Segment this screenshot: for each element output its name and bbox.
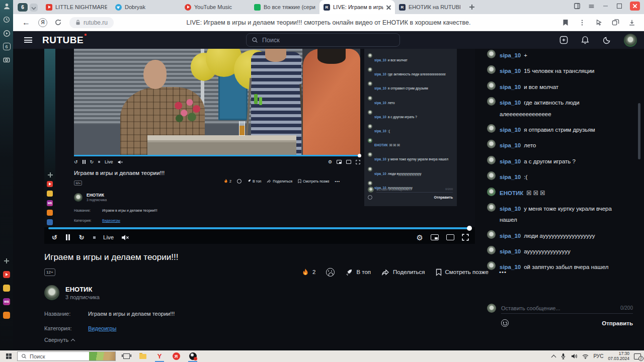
browser-menu-icon[interactable]: [588, 3, 595, 10]
chat-scrollbar[interactable]: [638, 103, 640, 159]
close-button[interactable]: [630, 2, 640, 11]
user-avatar[interactable]: [624, 34, 637, 47]
yandex-browser-button[interactable]: Y: [153, 350, 166, 362]
pointer-icon[interactable]: [595, 19, 603, 27]
browser-tab[interactable]: YouTube Music: [181, 0, 250, 14]
stream-chat-message: sipa_10я отправил стрим друзьям: [368, 81, 454, 93]
tray-expand-icon[interactable]: [551, 354, 556, 359]
chat-username[interactable]: sipa_10: [500, 158, 521, 164]
video-player[interactable]: WB: [44, 49, 475, 244]
watch-later-button[interactable]: Смотреть позже: [436, 268, 489, 276]
notifications-bell-icon[interactable]: [581, 36, 590, 45]
chat-username[interactable]: sipa_10: [500, 100, 521, 106]
volume-icon[interactable]: [571, 353, 578, 359]
chat-username[interactable]: sipa_10: [500, 206, 521, 212]
yandex-app-button[interactable]: Я: [170, 350, 182, 362]
live-label[interactable]: Live: [103, 234, 114, 240]
menu-icon[interactable]: [24, 37, 32, 43]
start-button[interactable]: [0, 350, 17, 362]
browser-tab[interactable]: Dobryak: [111, 0, 181, 14]
rewind-10-button[interactable]: ↺10: [50, 233, 58, 241]
task-view-button[interactable]: [120, 350, 132, 362]
mute-icon[interactable]: [121, 234, 129, 241]
profile-icon[interactable]: [3, 2, 11, 10]
theme-moon-icon[interactable]: [602, 36, 611, 45]
download-icon[interactable]: [628, 19, 636, 27]
progress-bar[interactable]: [48, 227, 470, 229]
stream-category-link: Видеоигры: [102, 219, 120, 222]
screenshot-icon[interactable]: [3, 56, 11, 64]
add-bookmark-icon[interactable]: [3, 257, 10, 264]
collapse-toggle[interactable]: Свернуть: [44, 337, 74, 343]
chat-username[interactable]: sipa_10: [500, 174, 521, 180]
tabs: LITTLE NIGHTMARES 3 ЧТ… Dobryak YouTube …: [42, 0, 464, 14]
tab-close-icon[interactable]: [386, 5, 391, 10]
kinopoisk-bookmark-icon[interactable]: [3, 285, 10, 292]
theater-mode-icon[interactable]: [446, 234, 454, 240]
reload-button[interactable]: [54, 19, 62, 27]
fullscreen-icon[interactable]: [462, 234, 469, 241]
bookmark-icon[interactable]: [561, 19, 570, 27]
chat-message: sipa_10у меня тоже куртку украли вчера н…: [487, 203, 629, 225]
action-center-icon[interactable]: 2: [634, 353, 641, 359]
chat-username[interactable]: sipa_10: [500, 248, 521, 254]
fire-reaction-button[interactable]: 2: [302, 268, 315, 277]
taskbar-search[interactable]: Поиск: [17, 351, 116, 361]
back-button[interactable]: ←: [22, 19, 30, 27]
top-button[interactable]: В топ: [345, 268, 371, 276]
rutube-logo[interactable]: RUTUBE: [42, 35, 84, 46]
chevron-down-icon[interactable]: [30, 4, 38, 12]
microphone-icon[interactable]: [560, 353, 567, 359]
channel-avatar[interactable]: [44, 285, 59, 300]
forward-10-button[interactable]: ↻10: [77, 233, 86, 241]
taskbar-news-thumbnail[interactable]: [89, 352, 115, 360]
search-input[interactable]: Поиск: [246, 33, 400, 47]
pip-icon[interactable]: [431, 234, 439, 240]
chat-username[interactable]: sipa_10: [500, 233, 521, 239]
browser-panel-icon[interactable]: [574, 3, 581, 10]
wildberries-bookmark-icon[interactable]: WB: [3, 298, 10, 305]
pause-button[interactable]: [66, 234, 70, 240]
browser-tab[interactable]: R ЕНОТИК на RUTUBE: 2 ви…: [395, 0, 464, 14]
progress-thumb[interactable]: [467, 226, 472, 231]
chat-username[interactable]: sipa_10: [500, 84, 521, 90]
video-service-icon[interactable]: [3, 29, 11, 37]
category-link[interactable]: Видеоигры: [88, 325, 116, 331]
history-icon[interactable]: [3, 16, 11, 24]
chat-username[interactable]: sipa_10: [500, 142, 521, 148]
browser-tab[interactable]: LITTLE NIGHTMARES 3 ЧТ…: [42, 0, 111, 14]
channel-name[interactable]: ЕНОТИК: [65, 286, 100, 293]
collections-icon[interactable]: [611, 19, 619, 27]
tab-group-chip[interactable]: 6: [17, 3, 38, 12]
new-tab-button[interactable]: [467, 3, 476, 12]
browser-tab[interactable]: R LIVE: Играем в игры и …: [319, 0, 395, 14]
wifi-icon[interactable]: [582, 353, 589, 359]
emoji-icon[interactable]: [501, 319, 509, 327]
taskbar-clock[interactable]: 17:30 07.03.2024: [608, 351, 629, 361]
share-button[interactable]: Поделиться: [381, 268, 425, 276]
language-indicator[interactable]: РУС: [593, 353, 603, 359]
address-bar[interactable]: rutube.ru: [69, 17, 114, 28]
chat-input[interactable]: Оставить сообщение... 0/200: [487, 303, 633, 314]
obs-button[interactable]: [187, 350, 199, 362]
youtube-bookmark-icon[interactable]: [3, 271, 10, 278]
channel-row[interactable]: ЕНОТИК 3 подписчика: [44, 285, 100, 300]
settings-icon[interactable]: ⚙: [417, 234, 423, 241]
send-button[interactable]: Отправить: [602, 320, 633, 326]
restore-button[interactable]: [616, 3, 623, 10]
dislike-button[interactable]: [326, 268, 335, 277]
market-bookmark-icon[interactable]: [3, 312, 10, 319]
browser-tab[interactable]: Во все тяжкие (сериал, 1…: [250, 0, 319, 14]
file-explorer-button[interactable]: [137, 350, 149, 362]
chat-username[interactable]: sipa_10: [500, 68, 521, 74]
more-vertical-icon[interactable]: [578, 19, 586, 27]
upload-icon[interactable]: [559, 36, 568, 45]
tab-count-badge[interactable]: 6: [3, 43, 11, 50]
chat-username[interactable]: sipa_10: [500, 264, 521, 270]
minimize-button[interactable]: [602, 3, 609, 10]
yandex-button[interactable]: Я: [38, 18, 47, 27]
chat-username[interactable]: sipa_10: [500, 52, 521, 58]
chat-username[interactable]: ЕНОТИК: [500, 190, 523, 196]
chat-username[interactable]: sipa_10: [500, 127, 521, 133]
fire-count: 2: [312, 269, 315, 275]
